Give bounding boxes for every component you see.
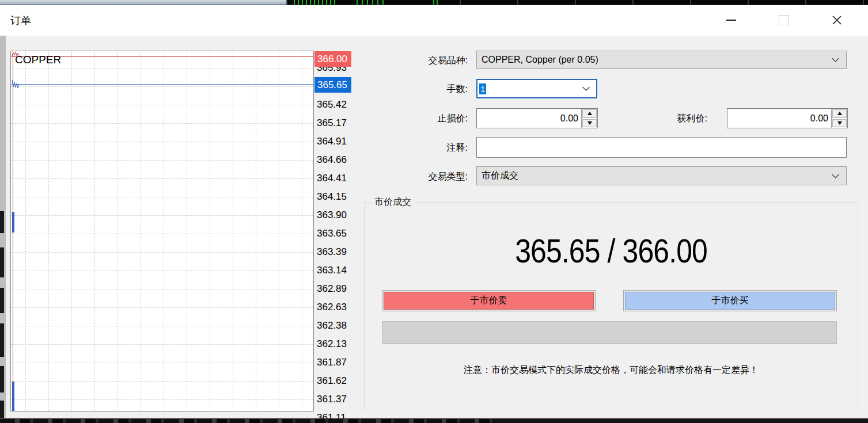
chevron-down-icon [831,173,840,178]
spinner-buttons [581,109,597,128]
price-scale-label: 361.62 [317,375,347,387]
market-note: 注意：市价交易模式下的实际成交价格，可能会和请求价格有一定差异！ [365,364,858,376]
chart-gridline [11,270,313,271]
sell-by-market-button[interactable]: 于市价卖 [382,290,596,311]
buy-button-label: 于市价买 [625,292,835,310]
arrow-down-icon [587,121,592,125]
price-scale-label: 362.63 [317,301,347,314]
stoploss-increment-button[interactable] [582,109,597,118]
price-scale-label: 363.65 [317,227,347,240]
arrow-up-icon [837,112,842,115]
chart-gridline [11,105,313,105]
chart-gridline [11,178,313,179]
close-button[interactable] [824,8,850,32]
chart-gridline [11,86,313,87]
group-title: 市价成交 [372,196,414,208]
price-scale-label: 364.15 [317,190,347,203]
chevron-down-icon [582,86,590,92]
spinner-buttons [831,109,847,128]
chart-gridline [11,234,313,234]
maximize-button [771,8,797,32]
minimize-icon [726,20,736,21]
price-scale-label: 362.89 [317,283,347,295]
background-tick-marks [352,0,384,5]
market-execution-group: 市价成交 365.65 / 366.00 于市价卖 于市价买 注意：市价交易模式… [364,202,858,410]
takeprofit-label: 获利价: [602,113,707,124]
sell-button-label: 于市价卖 [384,292,594,310]
order-type-select[interactable]: 市价成交 [476,166,847,185]
chart-gridline [11,252,313,253]
big-price-display: 365.65 / 366.00 [365,231,858,270]
price-scale-label: 361.37 [317,393,347,406]
volume-combobox[interactable]: 1 [476,79,597,98]
chart-gridline [11,123,313,124]
tick-line-segment [12,382,14,411]
price-scale-label: 361.87 [317,356,347,369]
chart-gridline [11,215,313,216]
chart-gridline [11,160,313,161]
tick-chart: COPPER [10,51,314,411]
bid-price-line [11,84,313,85]
chart-gridline [11,68,313,68]
background-tick-marks [291,0,336,5]
price-scale-label: 365.42 [317,98,347,111]
chart-gridline [11,197,313,197]
price-scale-label: 363.90 [317,209,347,222]
background-app-top-strip [0,0,868,5]
background-smudge [0,288,4,313]
close-icon [832,15,842,25]
background-smudge [0,211,4,233]
price-scale-label: 362.38 [317,319,347,332]
chart-gridline [11,326,313,326]
disabled-progress-bar [382,321,837,344]
price-scale-label: 364.41 [317,172,347,185]
takeprofit-decrement-button[interactable] [832,119,847,128]
comment-input[interactable] [476,137,847,158]
screen: 订单 COPPE [0,0,868,423]
price-scale-label: 363.39 [317,246,347,258]
chart-gridline [11,344,313,345]
chart-gridline [11,381,313,382]
symbol-label: 交易品种: [363,55,468,66]
stoploss-spinner[interactable]: 0.00 [476,108,598,128]
background-text-noise [0,419,495,423]
price-scale-label: 364.91 [317,135,347,148]
bid-ask-price-text: 365.65 / 366.00 [515,231,707,270]
chart-gridline [11,363,313,363]
takeprofit-spinner[interactable]: 0.00 [727,108,848,128]
price-scale-label: 364.66 [317,154,347,166]
background-grid-marks [403,0,868,5]
order-dialog: 订单 COPPE [0,5,868,418]
background-smudge [0,247,4,277]
background-app-bottom-strip [0,418,868,423]
volume-label: 手数: [363,83,468,95]
arrow-down-icon [837,121,842,125]
background-smudge [0,366,4,392]
symbol-select[interactable]: COPPER, Copper (per 0.05) [476,51,847,69]
chart-gridline [11,399,313,400]
stoploss-decrement-button[interactable] [582,119,597,128]
price-scale-label: 362.13 [317,338,347,350]
chart-gridline [11,307,313,308]
price-scale-label: 365.17 [317,117,347,129]
background-smudge [0,323,4,357]
comment-label: 注释: [363,142,468,154]
window-title: 订单 [10,14,31,28]
ask-price-badge: 366.00 [314,51,351,67]
takeprofit-increment-button[interactable] [832,109,847,118]
background-app-left-strip [0,36,6,418]
titlebar: 订单 [0,5,868,36]
tick-line-segment [12,212,14,233]
volume-value: 1 [479,83,486,94]
stoploss-label: 止损价: [363,113,468,124]
buy-by-market-button[interactable]: 于市价买 [623,290,837,311]
arrow-up-icon [587,112,592,115]
price-scale: 361.11361.37361.62361.87362.13362.38362.… [314,51,352,423]
chevron-down-icon [831,58,840,63]
symbol-select-value: COPPER, Copper (per 0.05) [482,55,598,65]
minimize-button[interactable] [718,8,744,32]
stoploss-value: 0.00 [477,109,581,128]
price-scale-label: 363.14 [317,264,347,277]
background-scrollbar [0,0,287,5]
bid-price-badge: 365.65 [314,77,351,93]
